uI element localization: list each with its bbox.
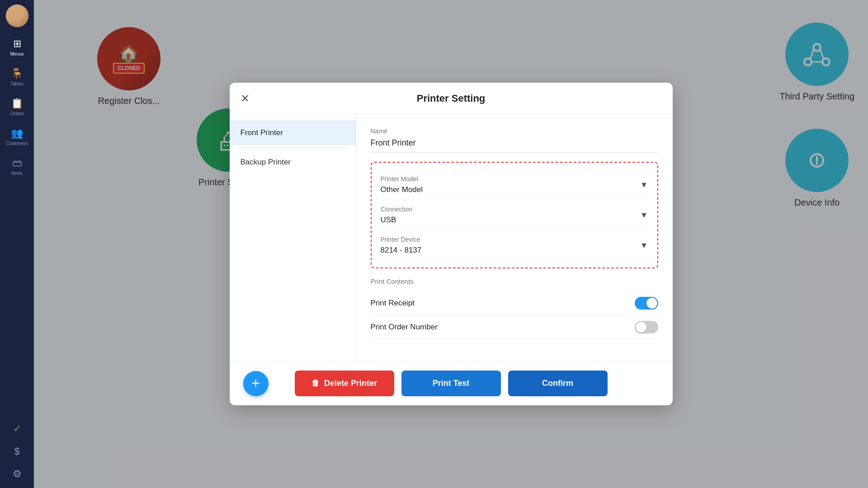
print-receipt-row: Print Receipt (371, 291, 658, 315)
settings-icon: ⚙ (13, 468, 22, 480)
print-test-button[interactable]: Print Test (401, 371, 501, 396)
connection-chevron: ▼ (640, 211, 648, 220)
sidebar-item-tables[interactable]: 🪑 Tables (2, 64, 32, 90)
orders-icon: 📋 (11, 98, 23, 109)
name-value[interactable]: Front Printer (371, 138, 658, 153)
add-printer-button[interactable]: + (243, 371, 269, 396)
printer-model-row[interactable]: Printer Model Other Model ▼ (381, 170, 648, 200)
print-order-number-label: Print Order Number (371, 323, 438, 332)
avatar[interactable] (6, 5, 28, 27)
customers-icon: 👥 (11, 127, 23, 139)
trash-icon: 🗑 (311, 379, 320, 388)
name-label: Name (371, 127, 658, 135)
printer-device-label: Printer Device (381, 236, 422, 243)
sidebar-label-items: Items (11, 171, 22, 176)
sidebar-label-orders: Orders (10, 111, 24, 117)
delete-printer-label: Delete Printer (324, 379, 377, 388)
print-order-number-knob (636, 322, 646, 333)
dollar-icon: $ (14, 446, 19, 457)
delete-printer-button[interactable]: 🗑 Delete Printer (295, 371, 394, 396)
sidebar-label-tables: Tables (10, 81, 24, 87)
printer-list-divider (237, 147, 349, 148)
connection-row[interactable]: Connection USB ▼ (381, 200, 648, 230)
modal-body: Front Printer Backup Printer Name Front … (230, 115, 673, 361)
menus-icon: ⊞ (13, 38, 21, 50)
print-order-number-row: Print Order Number (371, 315, 658, 339)
check-icon: ✓ (13, 423, 21, 435)
modal-footer: + 🗑 Delete Printer Print Test Confirm (230, 361, 673, 405)
sidebar-label-menus: Menus (10, 52, 24, 57)
sidebar-item-orders[interactable]: 📋 Orders (2, 94, 32, 120)
printer-model-chevron: ▼ (640, 180, 648, 190)
printer-device-value: 8214 - 8137 (381, 246, 422, 255)
printer-list-item-front[interactable]: Front Printer (230, 120, 356, 145)
sidebar-item-check[interactable]: ✓ (2, 419, 32, 438)
modal-close-button[interactable]: ✕ (241, 92, 250, 105)
modal-overlay: ✕ Printer Setting Front Printer Backup P… (34, 0, 868, 488)
sidebar-label-customers: Customers (6, 141, 28, 146)
sidebar-item-dollar[interactable]: $ (2, 442, 32, 461)
print-contents-label: Print Contents (371, 277, 658, 285)
sidebar: ⊞ Menus 🪑 Tables 📋 Orders 👥 Customers 🗃 … (0, 0, 34, 488)
sidebar-item-menus[interactable]: ⊞ Menus (2, 34, 32, 61)
printer-device-chevron: ▼ (640, 241, 648, 250)
modal-header: ✕ Printer Setting (230, 83, 673, 115)
printer-list: Front Printer Backup Printer (230, 115, 356, 361)
print-receipt-label: Print Receipt (371, 299, 415, 308)
name-group: Name Front Printer (371, 127, 658, 153)
printer-model-value: Other Model (381, 185, 423, 194)
red-dashed-section: Printer Model Other Model ▼ Connection U… (371, 162, 658, 268)
printer-form: Name Front Printer Printer Model Other M… (356, 115, 673, 361)
print-contents-group: Print Contents Print Receipt Print Order… (371, 277, 658, 339)
sidebar-item-settings[interactable]: ⚙ (2, 465, 32, 483)
print-receipt-knob (646, 298, 657, 309)
printer-model-label: Printer Model (381, 175, 423, 183)
connection-value: USB (381, 216, 413, 225)
print-receipt-toggle[interactable] (635, 297, 658, 310)
printer-device-row[interactable]: Printer Device 8214 - 8137 ▼ (381, 230, 648, 260)
tables-icon: 🪑 (11, 68, 23, 80)
print-order-number-toggle[interactable] (635, 321, 658, 333)
confirm-button[interactable]: Confirm (508, 371, 608, 396)
sidebar-item-customers[interactable]: 👥 Customers (2, 124, 32, 150)
modal-title: Printer Setting (417, 93, 486, 104)
printer-setting-modal: ✕ Printer Setting Front Printer Backup P… (230, 83, 673, 405)
main-content: 🏠 CLOSED Register Clos... 🖨 Printer Sett… (34, 0, 868, 488)
printer-list-item-backup[interactable]: Backup Printer (230, 150, 356, 175)
sidebar-item-items[interactable]: 🗃 Items (2, 154, 32, 180)
connection-label: Connection (381, 206, 413, 213)
items-icon: 🗃 (12, 157, 22, 169)
